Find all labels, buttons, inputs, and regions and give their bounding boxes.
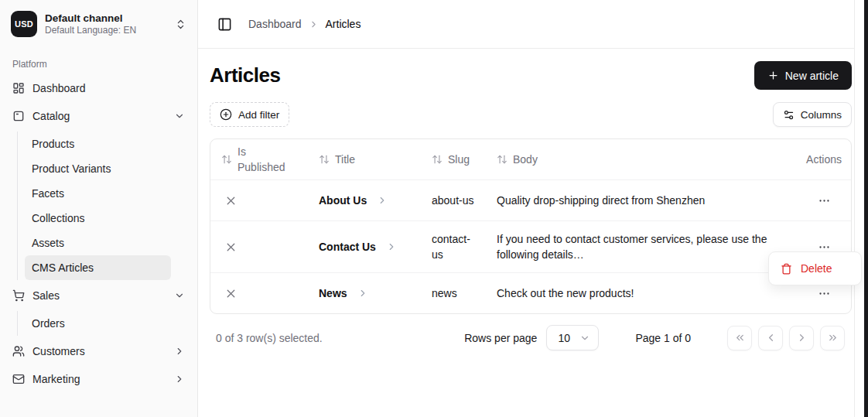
table-body: About Us about-us Quality drop-shipping … [210, 179, 851, 313]
slug-cell: about-us [424, 183, 489, 218]
chevron-down-icon [174, 290, 185, 301]
sidebar-item-cms-articles[interactable]: CMS Articles [25, 255, 171, 280]
sidebar-item-facets[interactable]: Facets [25, 181, 171, 206]
rows-per-page-label: Rows per page [464, 332, 537, 344]
table-row[interactable]: Contact Us contact-us If you need to con… [210, 220, 851, 272]
column-header-label: Body [513, 152, 538, 167]
slug-cell: news [424, 275, 489, 311]
next-page-button[interactable] [789, 326, 814, 350]
delete-menu-item[interactable]: Delete [774, 256, 856, 281]
breadcrumb: Dashboard Articles [248, 18, 361, 30]
sales-sub-list: Orders [17, 311, 191, 336]
article-slug: news [432, 285, 457, 301]
column-header-is-published[interactable]: Is Published [210, 139, 311, 179]
chevron-right-icon [386, 241, 397, 252]
column-header-label: Title [335, 152, 355, 167]
chevron-down-icon [579, 333, 590, 344]
sidebar-item-label: Facets [32, 187, 64, 200]
sidebar-item-label: Assets [32, 237, 64, 249]
sidebar-item-collections[interactable]: Collections [25, 206, 171, 231]
trash-icon [781, 263, 792, 275]
sidebar-item-customers[interactable]: Customers [6, 339, 191, 364]
is-published-cell [210, 231, 311, 264]
sidebar-item-label: CMS Articles [32, 261, 94, 274]
pagination [727, 326, 845, 350]
sidebar-toggle-icon[interactable] [217, 17, 232, 32]
column-header-label: Is Published [238, 144, 293, 175]
sort-icon [497, 154, 507, 165]
sidebar-item-orders[interactable]: Orders [25, 311, 171, 336]
table-row[interactable]: News news Check out the new products! [210, 272, 851, 313]
page-status: Page 1 of 0 [635, 332, 691, 344]
title-cell[interactable]: News [311, 275, 424, 311]
chevron-right-icon [357, 288, 368, 299]
row-actions-menu-button[interactable] [812, 283, 836, 303]
actions-cell [780, 180, 851, 220]
topbar: Dashboard Articles [198, 0, 854, 49]
sidebar-item-products[interactable]: Products [25, 132, 171, 156]
sidebar-item-label: Catalog [32, 110, 70, 122]
table-row[interactable]: About Us about-us Quality drop-shipping … [210, 179, 851, 220]
channel-language: Default Language: EN [45, 25, 136, 36]
table-header-row: Is Published Title Slug [210, 139, 851, 179]
add-filter-button[interactable]: Add filter [210, 102, 289, 127]
breadcrumb-dashboard[interactable]: Dashboard [248, 18, 302, 30]
page-content: Articles New article Add filter [198, 49, 854, 417]
breadcrumb-articles: Articles [326, 18, 361, 30]
delete-menu-label: Delete [801, 262, 832, 275]
rows-per-page-select[interactable]: 10 [546, 325, 599, 350]
sidebar-item-product-variants[interactable]: Product Variants [25, 156, 171, 181]
article-slug: about-us [432, 193, 473, 208]
previous-page-button[interactable] [758, 326, 783, 350]
circle-plus-icon [220, 108, 232, 121]
chevron-right-icon [174, 346, 185, 357]
sidebar-item-sales[interactable]: Sales [6, 283, 191, 308]
articles-table: Is Published Title Slug [210, 138, 852, 314]
x-icon [224, 241, 238, 254]
column-header-body[interactable]: Body [489, 147, 780, 172]
main-pane: Dashboard Articles Articles New article [198, 0, 855, 417]
mail-icon [12, 373, 25, 385]
channel-switcher[interactable]: USD Default channel Default Language: EN [6, 8, 191, 40]
app-window: USD Default channel Default Language: EN… [0, 0, 864, 417]
add-filter-label: Add filter [238, 109, 279, 121]
sidebar-item-label: Product Variants [32, 162, 111, 175]
page-title: Articles [210, 63, 280, 87]
sidebar: USD Default channel Default Language: EN… [0, 0, 198, 417]
sidebar-item-dashboard[interactable]: Dashboard [6, 76, 191, 101]
first-page-button[interactable] [727, 326, 752, 350]
x-icon [224, 194, 238, 207]
sidebar-item-marketing[interactable]: Marketing [6, 367, 191, 391]
column-header-label: Actions [806, 152, 842, 167]
channel-avatar: USD [11, 11, 37, 37]
sidebar-item-assets[interactable]: Assets [25, 231, 171, 255]
article-title: News [319, 285, 347, 301]
column-header-title[interactable]: Title [311, 147, 424, 172]
row-context-menu: Delete [768, 251, 862, 285]
row-actions-menu-button[interactable] [812, 190, 836, 210]
title-cell[interactable]: Contact Us [311, 229, 424, 265]
chevron-right-icon [377, 195, 388, 206]
columns-button[interactable]: Columns [773, 102, 852, 127]
article-body: Check out the new products! [497, 285, 634, 301]
sort-icon [432, 154, 443, 165]
channel-name: Default channel [45, 12, 136, 24]
last-page-button[interactable] [820, 326, 845, 350]
slug-cell: contact-us [424, 221, 489, 272]
body-cell: Check out the new products! [489, 275, 780, 311]
title-cell[interactable]: About Us [311, 183, 424, 218]
column-header-label: Slug [448, 152, 470, 167]
new-article-button[interactable]: New article [754, 61, 852, 90]
chevron-down-icon [174, 111, 185, 121]
plus-icon [767, 70, 779, 81]
sidebar-item-label: Marketing [32, 373, 80, 385]
sidebar-item-catalog[interactable]: Catalog [6, 104, 191, 128]
column-header-slug[interactable]: Slug [424, 147, 489, 172]
chevrons-up-down-icon [175, 19, 186, 30]
chevron-right-icon [309, 19, 319, 29]
new-article-label: New article [785, 70, 839, 82]
sidebar-nav: Dashboard Catalog Products Product Varia… [6, 76, 191, 391]
article-body: Quality drop-shipping direct from Shenzh… [497, 193, 705, 208]
right-gutter [855, 0, 864, 417]
layout-grid-icon [12, 82, 25, 94]
